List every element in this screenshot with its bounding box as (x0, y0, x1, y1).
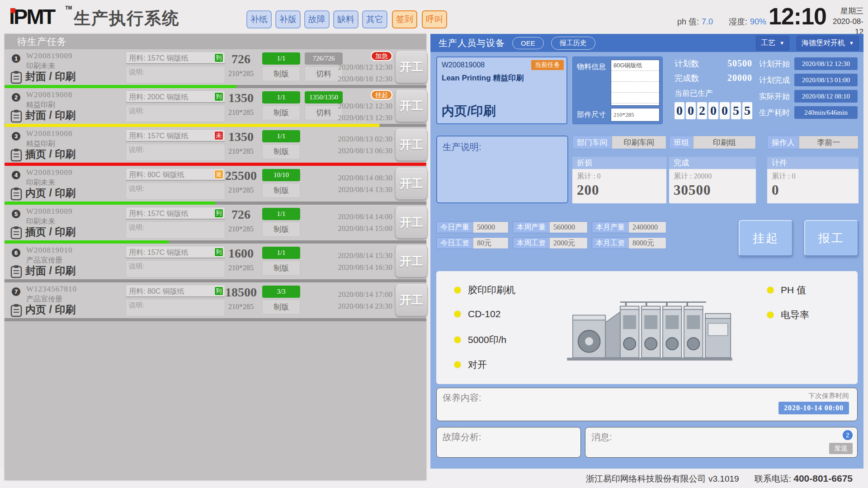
message-box[interactable]: 消息: 2 发送 (585, 427, 858, 458)
task-number-badge: 1 (11, 53, 21, 64)
material-item-empty (611, 71, 659, 82)
priority-badge: 加急 (371, 51, 392, 61)
task-order-id: W200819009 (26, 168, 73, 177)
maintenance-label: 保养内容: (443, 392, 481, 404)
task-number-badge: 3 (11, 131, 21, 141)
task-end-time: 2020/08/14 23:30 (338, 302, 392, 311)
machine-dropdown[interactable]: 海德堡对开机▼ (797, 36, 859, 51)
date-block: 星期三 2020-08-12 (826, 6, 863, 37)
schedule-column: 计划开始2020/08/12 12:30计划完成2020/08/13 01:00… (759, 57, 858, 119)
material-item: 80G铜版纸 (611, 60, 659, 71)
footer-phone-number: 400-801-6675 (793, 473, 853, 483)
clock: 12:10 (769, 3, 826, 30)
task-stage: 插页 / 印刷 (25, 147, 75, 161)
counter-digit: 5 (731, 102, 741, 119)
stat-card-body: 累计 : 0200 (572, 169, 666, 203)
footer-phone-label: 联系电话: (755, 474, 791, 483)
start-work-button[interactable]: 开工 (395, 168, 428, 200)
counter-digit: 0 (720, 102, 730, 119)
task-quantity: 1350 (223, 91, 259, 105)
schedule-row: 计划开始2020/08/12 12:30 (759, 57, 858, 70)
start-work-button[interactable]: 开工 (395, 129, 428, 161)
output-chip-label: 本周产量 (513, 222, 549, 233)
task-separator (5, 202, 426, 205)
header-button-故障[interactable]: 故障 (304, 10, 330, 28)
counter-digit: 0 (686, 102, 696, 119)
humidity-indicator: 湿度:90% (729, 16, 766, 27)
current-task-stage: 内页/印刷 (442, 103, 496, 120)
task-start-time: 2020/08/12 12:30 (338, 63, 392, 72)
task-stage: 插页 / 印刷 (25, 225, 75, 239)
info-chip-label: 部门车间 (573, 136, 612, 149)
report-history-button[interactable]: 报工历史 (551, 37, 595, 50)
counter-digit: 2 (697, 102, 707, 119)
stat-card-value: 30500 (674, 182, 751, 198)
header-button-其它[interactable]: 其它 (362, 10, 387, 28)
material-status-badge: 途 (214, 170, 223, 179)
material-status-badge: 到 (214, 92, 223, 101)
current-task-name: Lean Printing 精益印刷 (442, 73, 562, 83)
bullet-icon (454, 361, 461, 368)
task-material-field: 用料: 80C 铜版纸到 (126, 285, 225, 297)
header-button-补版[interactable]: 补版 (275, 10, 301, 28)
task-order-id: W1234567810 (26, 285, 77, 294)
suspend-button[interactable]: 挂起 (739, 220, 793, 256)
schedule-value: 2020/08/13 01:00 (794, 74, 858, 86)
task-step-制版: 1/1制版 (262, 91, 300, 120)
machine-feature-text: CD-102 (468, 309, 500, 319)
info-chip-部门车间: 部门车间印刷车间 (572, 136, 666, 149)
task-note-field: 说明: (126, 299, 225, 316)
task-material-field: 用料: 157C 铜版纸未 (126, 129, 225, 142)
header-button-签到[interactable]: 签到 (392, 10, 417, 28)
production-panel-title: 生产人员与设备 (439, 37, 505, 49)
fault-analysis-box[interactable]: 故障分析: (436, 427, 581, 458)
step-progress-badge: 1/1 (262, 52, 300, 65)
footer-company: 浙江易印网络科技股份有限公司 v3.1019 (586, 473, 739, 485)
message-count-badge: 2 (843, 430, 853, 440)
task-size: 210*285 (223, 147, 259, 155)
start-work-button[interactable]: 开工 (395, 90, 428, 122)
output-chip-本周产量: 本周产量560000 (513, 221, 588, 233)
header-button-补纸[interactable]: 补纸 (246, 10, 272, 28)
start-work-button[interactable]: 开工 (395, 245, 428, 277)
priority-badge: 挂起 (371, 90, 392, 100)
task-order-id: W200819008 (26, 129, 73, 138)
output-chip-label: 今日工资 (437, 238, 473, 249)
task-row: 1W200819009印刷未来封面 / 印刷用料: 157C 铜版纸到说明:72… (5, 49, 426, 85)
start-work-button[interactable]: 开工 (395, 206, 428, 239)
current-task-badge: 当前任务 (531, 60, 564, 70)
header-button-呼叫[interactable]: 呼叫 (422, 10, 447, 28)
stat-card-title: 计件 (767, 157, 859, 169)
header-button-缺料[interactable]: 缺料 (333, 10, 359, 28)
task-number-badge: 6 (11, 248, 21, 258)
start-work-button[interactable]: 开工 (395, 51, 428, 83)
material-item-empty (611, 82, 659, 93)
task-order-id: W200819008 (26, 90, 73, 99)
stat-card-cumulative: 累计 : 20000 (674, 172, 751, 181)
counter-digit: 0 (708, 102, 718, 119)
report-work-button[interactable]: 报工 (804, 220, 859, 256)
stat-card-计件: 计件累计 : 00 (767, 157, 859, 203)
output-chip-今日产量: 今日产量50000 (436, 221, 509, 233)
task-number-badge: 2 (11, 92, 21, 103)
production-note-box: 生产说明: (436, 136, 568, 203)
task-step-制版: 1/1制版 (262, 130, 300, 159)
task-row: 3W200819008精益印刷插页 / 印刷用料: 157C 铜版纸未说明:13… (5, 127, 426, 163)
info-chip-value: 印刷车间 (612, 136, 666, 149)
task-start-time: 2020/08/14 14:00 (338, 212, 392, 221)
material-status-badge: 到 (214, 53, 223, 62)
step-label: 制版 (262, 105, 300, 120)
output-chip-本周工资: 本周工资2000元 (513, 237, 588, 249)
info-chip-操作人: 操作人李前一 (767, 136, 859, 149)
send-button[interactable]: 发送 (829, 443, 853, 454)
process-dropdown[interactable]: 工艺▼ (756, 36, 789, 51)
schedule-row: 实际开始2020/08/12 08:10 (759, 90, 858, 103)
task-size: 210*285 (223, 186, 259, 194)
task-material-text: 用料: 157C 铜版纸 (129, 249, 189, 256)
task-progress-bar (5, 85, 236, 88)
machine-feature: 胶印印刷机 (454, 284, 515, 296)
task-material-text: 用料: 157C 铜版纸 (129, 210, 189, 217)
start-work-button[interactable]: 开工 (395, 284, 428, 316)
oee-button[interactable]: OEE (512, 37, 544, 49)
output-chip-value: 50000 (473, 222, 508, 233)
